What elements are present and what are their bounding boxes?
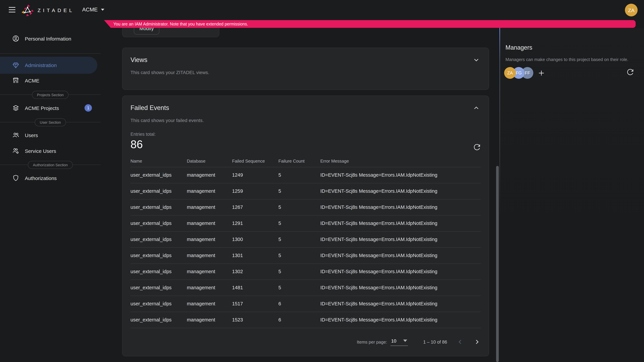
table-cell-failure_count: 5: [278, 280, 320, 296]
org-name: ACME: [82, 7, 98, 13]
layers-icon: [12, 104, 20, 112]
table-cell-failed_sequence: 1301: [232, 247, 278, 264]
sidebar-item-personal-information[interactable]: Personal Information: [0, 31, 97, 46]
managers-panel: Managers Managers can make changes to th…: [500, 28, 644, 362]
table-cell-database: management: [187, 199, 232, 215]
sidebar-item-label: Administration: [25, 62, 57, 68]
sidebar-item-authorizations[interactable]: Authorizations: [0, 171, 97, 185]
table-cell-failed_sequence: 1523: [232, 312, 278, 328]
table-cell-failure_count: 5: [278, 264, 320, 280]
failed-events-card: Failed Events This card shows your faile…: [122, 95, 489, 356]
table-cell-failed_sequence: 1302: [232, 264, 278, 280]
refresh-icon[interactable]: [626, 68, 634, 76]
table-row[interactable]: user_external_idpsmanagement12675ID=EVEN…: [130, 199, 481, 215]
sidebar-item-label: Service Users: [25, 148, 56, 154]
table-cell-failed_sequence: 1517: [232, 296, 278, 312]
table-cell-name: user_external_idps: [130, 296, 187, 312]
sidebar-item-administration[interactable]: Administration: [0, 57, 97, 74]
table-cell-error_message: ID=EVENT-Scj8s Message=Errors.IAM.IdpNot…: [320, 215, 481, 231]
table-cell-failed_sequence: 1259: [232, 183, 278, 199]
page-range: 1 – 10 of 86: [423, 339, 447, 345]
scrollbar-thumb[interactable]: [496, 166, 499, 362]
service-users-gear-icon: [12, 147, 20, 155]
sidebar-section-projects: Projects Section: [0, 94, 100, 95]
table-cell-database: management: [187, 183, 232, 199]
table-cell-error_message: ID=EVENT-Scj8s Message=Errors.IAM.IdpNot…: [320, 199, 481, 215]
select-caret-icon: [403, 340, 407, 342]
paginator: Items per page: 10 1 – 10 of 86: [130, 338, 481, 346]
table-row[interactable]: user_external_idpsmanagement15176ID=EVEN…: [130, 296, 481, 312]
table-cell-name: user_external_idps: [130, 312, 187, 328]
table-cell-name: user_external_idps: [130, 264, 187, 280]
table-row[interactable]: user_external_idpsmanagement12915ID=EVEN…: [130, 215, 481, 231]
table-row[interactable]: user_external_idpsmanagement12495ID=EVEN…: [130, 167, 481, 183]
failed-events-table: Name Database Failed Sequence Failure Co…: [130, 156, 481, 328]
building-arch-icon: [12, 77, 20, 84]
table-cell-database: management: [187, 247, 232, 264]
panel-divider: [500, 28, 500, 219]
managers-title: Managers: [506, 44, 532, 51]
sidebar-item-label: Authorizations: [25, 175, 57, 181]
manager-avatar[interactable]: ZA: [504, 67, 516, 79]
refresh-icon[interactable]: [473, 143, 481, 151]
table-cell-error_message: ID=EVENT-Scj8s Message=Errors.IAM.IdpNot…: [320, 296, 481, 312]
failed-events-description: This card shows your failed events.: [130, 118, 481, 123]
table-cell-name: user_external_idps: [130, 247, 187, 264]
table-cell-failure_count: 6: [278, 296, 320, 312]
add-manager-button[interactable]: [538, 69, 545, 77]
sidebar-item-service-users[interactable]: Service Users: [0, 143, 97, 158]
table-cell-database: management: [187, 264, 232, 280]
previous-page-button[interactable]: [456, 338, 464, 346]
table-header-row: Name Database Failed Sequence Failure Co…: [130, 156, 481, 167]
table-cell-error_message: ID=EVENT-Scj8s Message=Errors.IAM.IdpNot…: [320, 247, 481, 264]
managers-avatar-group: ZAFGFF: [504, 67, 530, 79]
sidebar-item-users[interactable]: Users: [0, 128, 97, 142]
table-cell-name: user_external_idps: [130, 167, 187, 183]
table-cell-error_message: ID=EVENT-Scj8s Message=Errors.IAM.IdpNot…: [320, 264, 481, 280]
entries-total-label: Entries total:: [130, 132, 156, 137]
table-cell-failed_sequence: 1300: [232, 231, 278, 247]
column-header: Name: [130, 156, 187, 167]
table-row[interactable]: user_external_idpsmanagement13015ID=EVEN…: [130, 247, 481, 264]
sidebar-item-label: ACME: [25, 78, 40, 83]
table-row[interactable]: user_external_idpsmanagement15236ID=EVEN…: [130, 312, 481, 328]
table-row[interactable]: user_external_idpsmanagement14815ID=EVEN…: [130, 280, 481, 296]
sidebar-item-acme-org[interactable]: ACME: [0, 73, 97, 88]
org-switcher[interactable]: ACME: [82, 7, 104, 13]
column-header: Failure Count: [278, 156, 320, 167]
count-badge: 1: [84, 104, 92, 112]
items-per-page-select[interactable]: 10: [390, 338, 408, 346]
table-cell-error_message: ID=EVENT-Scj8s Message=Errors.IAM.IdpNot…: [320, 183, 481, 199]
collapse-chevron-up-icon[interactable]: [472, 104, 481, 112]
table-cell-database: management: [187, 280, 232, 296]
table-cell-database: management: [187, 231, 232, 247]
iam-admin-banner: You are an IAM Administrator. Note that …: [111, 20, 636, 28]
table-cell-failure_count: 5: [278, 247, 320, 264]
column-header: Failed Sequence: [232, 156, 278, 167]
table-cell-database: management: [187, 215, 232, 231]
section-pill-label: User Section: [35, 118, 66, 126]
views-card-description: This card shows your ZITADEL views.: [130, 70, 481, 75]
sidebar-item-acme-projects[interactable]: ACME Projects 1: [0, 100, 97, 115]
sidebar-divider: [0, 53, 100, 54]
users-icon: [12, 131, 20, 139]
sidebar-section-user: User Section: [0, 122, 100, 122]
sidebar-item-label: Users: [25, 132, 38, 138]
table-row[interactable]: user_external_idpsmanagement13025ID=EVEN…: [130, 264, 481, 280]
table-cell-error_message: ID=EVENT-Scj8s Message=Errors.IAM.IdpNot…: [320, 312, 481, 328]
hamburger-menu-icon[interactable]: [9, 7, 16, 12]
chevron-down-icon: [101, 9, 104, 11]
table-cell-failed_sequence: 1481: [232, 280, 278, 296]
managers-description: Managers can make changes to this projec…: [506, 57, 628, 62]
user-avatar[interactable]: ZA: [625, 4, 638, 16]
column-header: Database: [187, 156, 232, 167]
collapse-chevron-down-icon[interactable]: [472, 56, 481, 64]
items-per-page-value: 10: [391, 338, 396, 344]
table-row[interactable]: user_external_idpsmanagement12595ID=EVEN…: [130, 183, 481, 199]
table-cell-failure_count: 5: [278, 199, 320, 215]
items-per-page-label: Items per page:: [357, 339, 387, 345]
sidebar-item-label: Personal Information: [25, 36, 71, 41]
table-cell-name: user_external_idps: [130, 231, 187, 247]
next-page-button[interactable]: [473, 338, 481, 346]
table-row[interactable]: user_external_idpsmanagement13005ID=EVEN…: [130, 231, 481, 247]
